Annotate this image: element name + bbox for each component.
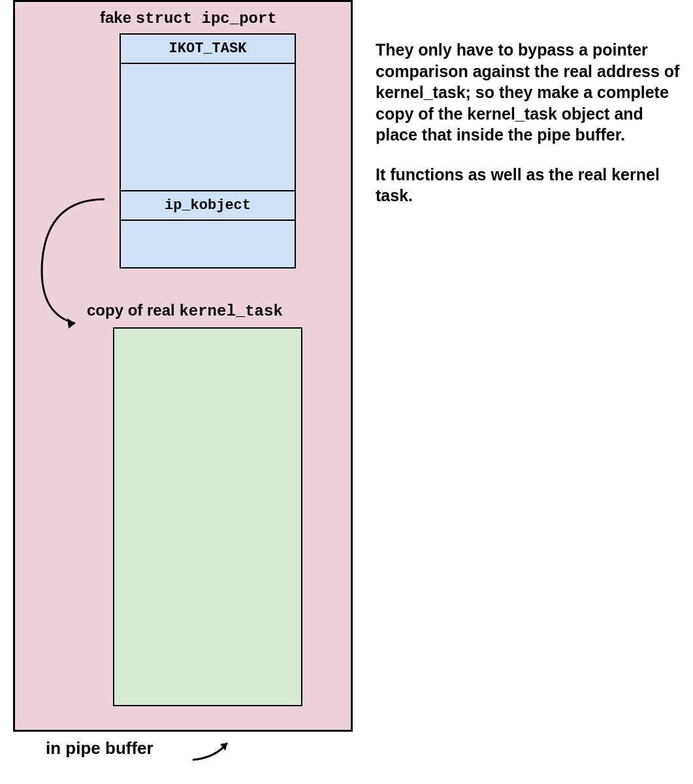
- struct-label: struct ipc_port: [136, 10, 277, 27]
- svg-marker-1: [220, 743, 227, 751]
- explanation-text: They only have to bypass a pointer compa…: [376, 39, 683, 225]
- struct-bottom: [121, 221, 295, 270]
- copy-prefix: copy of real: [87, 301, 179, 319]
- diagram-area: fake struct ipc_port IKOT_TASK ip_kobjec…: [0, 0, 366, 784]
- fake-struct-title: fake struct ipc_port: [100, 8, 277, 27]
- ipc-port-struct: IKOT_TASK ip_kobject: [120, 33, 296, 269]
- explanation-paragraph-1: They only have to bypass a pointer compa…: [376, 39, 683, 146]
- pipe-buffer-label: in pipe buffer: [46, 738, 153, 759]
- ikot-task-field: IKOT_TASK: [121, 35, 295, 64]
- pipe-buffer-arrow-icon: [189, 735, 242, 764]
- explanation-paragraph-2: It functions as well as the real kernel …: [376, 164, 683, 206]
- kernel-task-copy-box: [113, 327, 302, 706]
- ip-kobject-field: ip_kobject: [121, 191, 295, 221]
- kernel-task-label: kernel_task: [179, 302, 282, 320]
- fake-label: fake: [100, 8, 136, 26]
- copy-kernel-task-title: copy of real kernel_task: [87, 301, 283, 320]
- struct-spacer: [121, 64, 295, 191]
- pipe-buffer-box: fake struct ipc_port IKOT_TASK ip_kobjec…: [13, 0, 353, 732]
